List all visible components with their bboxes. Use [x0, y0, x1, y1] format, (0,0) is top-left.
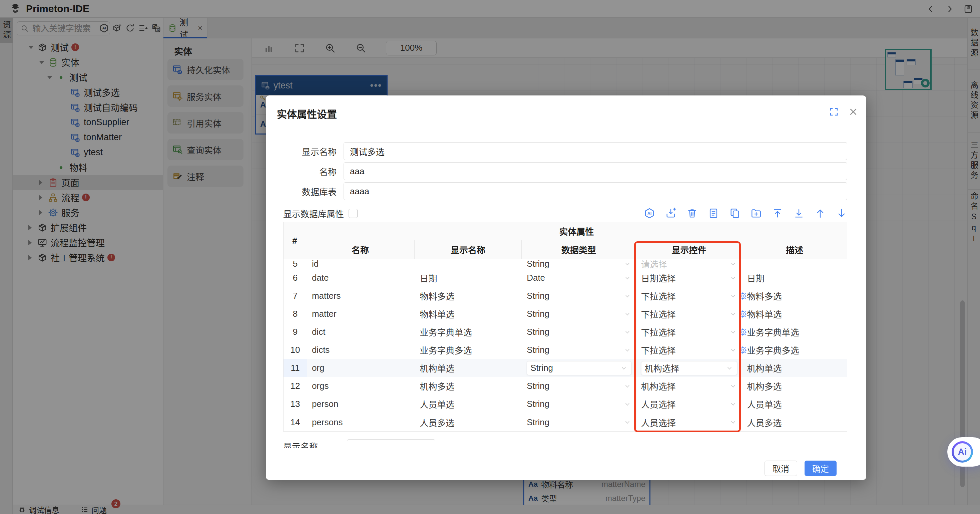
clipped-field-input[interactable]	[347, 439, 435, 448]
chevron-down-icon	[624, 382, 632, 390]
cancel-button[interactable]: 取消	[765, 461, 797, 476]
dialog-title: 实体属性设置	[277, 106, 337, 121]
cell-description: 人员单选	[742, 395, 847, 413]
ai-generate-icon[interactable]: AI	[644, 208, 655, 219]
column-header-显示控件: 显示控件	[636, 240, 742, 259]
import-icon[interactable]	[665, 208, 676, 219]
control-settings-gear-icon[interactable]	[738, 346, 747, 354]
cell-description: 业务字典单选	[742, 323, 847, 341]
db-table-input[interactable]	[344, 182, 847, 200]
cell-display-name: 机构单选	[415, 359, 522, 377]
chevron-down-icon	[624, 260, 632, 268]
table-row[interactable]: 12orgs机构多选String机构选择机构多选	[283, 377, 847, 395]
cell-name: dicts	[307, 341, 415, 359]
control-settings-gear-icon[interactable]	[738, 328, 747, 337]
chevron-down-icon	[729, 328, 737, 336]
ai-assistant-button[interactable]: Ai	[947, 437, 980, 467]
table-row[interactable]: 5idString请选择	[283, 259, 847, 269]
display-control-select[interactable]: 机构选择	[636, 359, 742, 377]
display-control-select[interactable]: 日期选择	[636, 269, 742, 287]
display-control-select[interactable]: 下拉选择	[636, 341, 742, 359]
data-type-select[interactable]: String	[522, 341, 636, 359]
display-control-select[interactable]: 请选择	[636, 259, 742, 269]
data-type-select[interactable]: String	[522, 259, 636, 269]
field-row-display-name: 显示名称	[266, 142, 866, 160]
field-row-db-table: 数据库表	[266, 182, 866, 200]
table-row[interactable]: 11org机构单选String机构选择机构单选	[283, 359, 847, 377]
column-header-数据类型: 数据类型	[521, 240, 636, 259]
display-name-input[interactable]	[344, 142, 847, 160]
dialog-close-icon[interactable]	[848, 106, 859, 118]
cell-description: 机构多选	[742, 377, 847, 395]
chevron-down-icon	[624, 328, 632, 336]
display-control-select[interactable]: 下拉选择	[636, 305, 742, 323]
row-index: 11	[283, 359, 307, 377]
display-control-select[interactable]: 下拉选择	[636, 287, 742, 305]
name-input[interactable]	[344, 162, 847, 180]
table-row[interactable]: 6date日期Date日期选择日期	[283, 269, 847, 287]
display-control-select[interactable]: 人员选择	[636, 395, 742, 413]
data-type-select[interactable]: String	[522, 413, 636, 431]
cell-name: persons	[307, 413, 415, 431]
chevron-down-icon	[729, 346, 737, 354]
control-settings-gear-icon[interactable]	[738, 292, 747, 300]
display-control-select[interactable]: 机构选择	[636, 377, 742, 395]
move-top-icon[interactable]	[772, 208, 783, 219]
show-db-attrs-label: 显示数据库属性	[283, 207, 344, 220]
table-row[interactable]: 10dicts业务字典多选String下拉选择业务字典多选	[283, 341, 847, 359]
add-group-icon[interactable]	[751, 208, 762, 219]
data-type-select[interactable]: Date	[522, 269, 636, 287]
data-type-select[interactable]: String	[522, 287, 636, 305]
delete-icon[interactable]	[686, 208, 698, 219]
move-up-icon[interactable]	[815, 208, 826, 219]
row-index: 10	[283, 341, 307, 359]
cell-description: 人员多选	[742, 413, 847, 431]
confirm-button[interactable]: 确定	[805, 461, 837, 476]
cell-display-name: 业务字典单选	[415, 323, 522, 341]
entity-attributes-table: # 实体属性 名称显示名称数据类型显示控件描述 5idString请选择6dat…	[283, 222, 847, 431]
cell-description: 物料多选	[742, 287, 847, 305]
cell-name: id	[307, 259, 415, 269]
table-row[interactable]: 7matters物料多选String下拉选择物料多选	[283, 287, 847, 305]
chevron-down-icon	[624, 418, 632, 426]
column-header-显示名称: 显示名称	[414, 240, 521, 259]
field-row-name: 名称	[266, 162, 866, 180]
table-row[interactable]: 9dict业务字典单选String下拉选择业务字典单选	[283, 323, 847, 341]
column-header-名称: 名称	[306, 240, 414, 259]
table-row[interactable]: 13person人员单选String人员选择人员单选	[283, 395, 847, 413]
dialog-fullscreen-icon[interactable]	[829, 107, 839, 117]
move-down-icon[interactable]	[836, 208, 847, 219]
show-db-attrs-checkbox[interactable]	[348, 209, 358, 218]
cell-name: person	[307, 395, 415, 413]
display-control-select[interactable]: 人员选择	[636, 413, 742, 431]
data-type-select[interactable]: String	[522, 395, 636, 413]
table-row[interactable]: 8matter物料单选String下拉选择物料单选	[283, 305, 847, 323]
detail-icon[interactable]	[708, 208, 719, 219]
chevron-down-icon	[725, 364, 733, 372]
cell-name: org	[307, 359, 415, 377]
cell-display-name: 物料单选	[415, 305, 522, 323]
row-index: 13	[283, 395, 307, 413]
cell-display-name: 业务字典多选	[415, 341, 522, 359]
chevron-down-icon	[729, 292, 737, 300]
cell-description: 物料单选	[742, 305, 847, 323]
copy-icon[interactable]	[729, 208, 740, 219]
row-index: 7	[283, 287, 307, 305]
cell-description: 日期	[742, 269, 847, 287]
chevron-down-icon	[624, 310, 632, 318]
cell-description: 业务字典多选	[742, 341, 847, 359]
row-index: 6	[283, 269, 307, 287]
cell-name: orgs	[307, 377, 415, 395]
clipped-field-row: 显示名称	[283, 439, 490, 448]
table-row[interactable]: 14persons人员多选String人员选择人员多选	[283, 413, 847, 431]
data-type-select[interactable]: String	[522, 323, 636, 341]
display-control-select[interactable]: 下拉选择	[636, 323, 742, 341]
control-settings-gear-icon[interactable]	[738, 310, 747, 318]
data-type-select[interactable]: String	[522, 305, 636, 323]
move-bottom-icon[interactable]	[793, 208, 805, 219]
chevron-down-icon	[620, 364, 628, 372]
data-type-select[interactable]: String	[522, 377, 636, 395]
row-index: 12	[283, 377, 307, 395]
chevron-down-icon	[729, 310, 737, 318]
data-type-select[interactable]: String	[522, 359, 636, 377]
